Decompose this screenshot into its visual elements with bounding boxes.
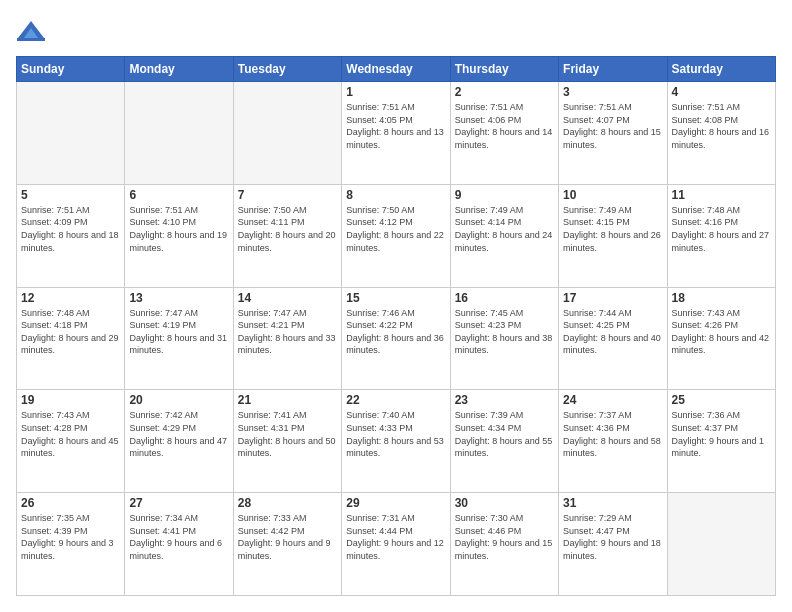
day-cell: 25Sunrise: 7:36 AM Sunset: 4:37 PM Dayli…	[667, 390, 775, 493]
calendar-table: SundayMondayTuesdayWednesdayThursdayFrid…	[16, 56, 776, 596]
day-info: Sunrise: 7:48 AM Sunset: 4:16 PM Dayligh…	[672, 204, 771, 254]
day-cell: 4Sunrise: 7:51 AM Sunset: 4:08 PM Daylig…	[667, 82, 775, 185]
day-cell: 12Sunrise: 7:48 AM Sunset: 4:18 PM Dayli…	[17, 287, 125, 390]
day-cell: 7Sunrise: 7:50 AM Sunset: 4:11 PM Daylig…	[233, 184, 341, 287]
day-number: 25	[672, 393, 771, 407]
day-info: Sunrise: 7:51 AM Sunset: 4:09 PM Dayligh…	[21, 204, 120, 254]
day-number: 24	[563, 393, 662, 407]
day-cell	[667, 493, 775, 596]
week-row-3: 19Sunrise: 7:43 AM Sunset: 4:28 PM Dayli…	[17, 390, 776, 493]
day-info: Sunrise: 7:34 AM Sunset: 4:41 PM Dayligh…	[129, 512, 228, 562]
day-cell: 1Sunrise: 7:51 AM Sunset: 4:05 PM Daylig…	[342, 82, 450, 185]
day-info: Sunrise: 7:39 AM Sunset: 4:34 PM Dayligh…	[455, 409, 554, 459]
day-cell: 13Sunrise: 7:47 AM Sunset: 4:19 PM Dayli…	[125, 287, 233, 390]
day-cell: 27Sunrise: 7:34 AM Sunset: 4:41 PM Dayli…	[125, 493, 233, 596]
day-cell: 24Sunrise: 7:37 AM Sunset: 4:36 PM Dayli…	[559, 390, 667, 493]
day-cell: 20Sunrise: 7:42 AM Sunset: 4:29 PM Dayli…	[125, 390, 233, 493]
day-info: Sunrise: 7:51 AM Sunset: 4:10 PM Dayligh…	[129, 204, 228, 254]
day-info: Sunrise: 7:51 AM Sunset: 4:06 PM Dayligh…	[455, 101, 554, 151]
day-number: 23	[455, 393, 554, 407]
day-info: Sunrise: 7:51 AM Sunset: 4:08 PM Dayligh…	[672, 101, 771, 151]
day-cell: 18Sunrise: 7:43 AM Sunset: 4:26 PM Dayli…	[667, 287, 775, 390]
day-number: 1	[346, 85, 445, 99]
day-number: 6	[129, 188, 228, 202]
day-number: 16	[455, 291, 554, 305]
day-cell	[125, 82, 233, 185]
day-cell: 30Sunrise: 7:30 AM Sunset: 4:46 PM Dayli…	[450, 493, 558, 596]
day-cell: 14Sunrise: 7:47 AM Sunset: 4:21 PM Dayli…	[233, 287, 341, 390]
day-cell: 5Sunrise: 7:51 AM Sunset: 4:09 PM Daylig…	[17, 184, 125, 287]
day-number: 19	[21, 393, 120, 407]
day-number: 12	[21, 291, 120, 305]
svg-rect-2	[17, 38, 45, 41]
day-info: Sunrise: 7:48 AM Sunset: 4:18 PM Dayligh…	[21, 307, 120, 357]
weekday-sunday: Sunday	[17, 57, 125, 82]
day-info: Sunrise: 7:50 AM Sunset: 4:12 PM Dayligh…	[346, 204, 445, 254]
day-info: Sunrise: 7:42 AM Sunset: 4:29 PM Dayligh…	[129, 409, 228, 459]
day-cell: 29Sunrise: 7:31 AM Sunset: 4:44 PM Dayli…	[342, 493, 450, 596]
day-info: Sunrise: 7:44 AM Sunset: 4:25 PM Dayligh…	[563, 307, 662, 357]
day-cell: 3Sunrise: 7:51 AM Sunset: 4:07 PM Daylig…	[559, 82, 667, 185]
weekday-friday: Friday	[559, 57, 667, 82]
day-number: 3	[563, 85, 662, 99]
day-cell: 6Sunrise: 7:51 AM Sunset: 4:10 PM Daylig…	[125, 184, 233, 287]
day-number: 26	[21, 496, 120, 510]
day-cell	[17, 82, 125, 185]
day-info: Sunrise: 7:43 AM Sunset: 4:28 PM Dayligh…	[21, 409, 120, 459]
day-number: 13	[129, 291, 228, 305]
weekday-tuesday: Tuesday	[233, 57, 341, 82]
logo-icon	[16, 16, 46, 46]
day-info: Sunrise: 7:43 AM Sunset: 4:26 PM Dayligh…	[672, 307, 771, 357]
day-cell: 23Sunrise: 7:39 AM Sunset: 4:34 PM Dayli…	[450, 390, 558, 493]
day-info: Sunrise: 7:50 AM Sunset: 4:11 PM Dayligh…	[238, 204, 337, 254]
day-number: 20	[129, 393, 228, 407]
week-row-0: 1Sunrise: 7:51 AM Sunset: 4:05 PM Daylig…	[17, 82, 776, 185]
day-cell: 9Sunrise: 7:49 AM Sunset: 4:14 PM Daylig…	[450, 184, 558, 287]
day-cell: 11Sunrise: 7:48 AM Sunset: 4:16 PM Dayli…	[667, 184, 775, 287]
day-info: Sunrise: 7:49 AM Sunset: 4:14 PM Dayligh…	[455, 204, 554, 254]
day-info: Sunrise: 7:37 AM Sunset: 4:36 PM Dayligh…	[563, 409, 662, 459]
day-cell: 21Sunrise: 7:41 AM Sunset: 4:31 PM Dayli…	[233, 390, 341, 493]
day-info: Sunrise: 7:33 AM Sunset: 4:42 PM Dayligh…	[238, 512, 337, 562]
day-cell: 2Sunrise: 7:51 AM Sunset: 4:06 PM Daylig…	[450, 82, 558, 185]
day-number: 10	[563, 188, 662, 202]
day-number: 8	[346, 188, 445, 202]
day-number: 15	[346, 291, 445, 305]
day-number: 28	[238, 496, 337, 510]
day-cell: 8Sunrise: 7:50 AM Sunset: 4:12 PM Daylig…	[342, 184, 450, 287]
day-info: Sunrise: 7:47 AM Sunset: 4:19 PM Dayligh…	[129, 307, 228, 357]
day-number: 14	[238, 291, 337, 305]
day-number: 22	[346, 393, 445, 407]
logo	[16, 16, 50, 46]
day-number: 7	[238, 188, 337, 202]
day-info: Sunrise: 7:31 AM Sunset: 4:44 PM Dayligh…	[346, 512, 445, 562]
day-cell: 15Sunrise: 7:46 AM Sunset: 4:22 PM Dayli…	[342, 287, 450, 390]
day-cell	[233, 82, 341, 185]
day-number: 9	[455, 188, 554, 202]
day-info: Sunrise: 7:40 AM Sunset: 4:33 PM Dayligh…	[346, 409, 445, 459]
day-cell: 16Sunrise: 7:45 AM Sunset: 4:23 PM Dayli…	[450, 287, 558, 390]
day-number: 27	[129, 496, 228, 510]
day-info: Sunrise: 7:35 AM Sunset: 4:39 PM Dayligh…	[21, 512, 120, 562]
day-info: Sunrise: 7:45 AM Sunset: 4:23 PM Dayligh…	[455, 307, 554, 357]
day-number: 2	[455, 85, 554, 99]
week-row-1: 5Sunrise: 7:51 AM Sunset: 4:09 PM Daylig…	[17, 184, 776, 287]
day-cell: 17Sunrise: 7:44 AM Sunset: 4:25 PM Dayli…	[559, 287, 667, 390]
day-cell: 28Sunrise: 7:33 AM Sunset: 4:42 PM Dayli…	[233, 493, 341, 596]
day-cell: 26Sunrise: 7:35 AM Sunset: 4:39 PM Dayli…	[17, 493, 125, 596]
day-number: 21	[238, 393, 337, 407]
day-number: 11	[672, 188, 771, 202]
day-info: Sunrise: 7:30 AM Sunset: 4:46 PM Dayligh…	[455, 512, 554, 562]
weekday-wednesday: Wednesday	[342, 57, 450, 82]
day-info: Sunrise: 7:51 AM Sunset: 4:07 PM Dayligh…	[563, 101, 662, 151]
day-number: 31	[563, 496, 662, 510]
weekday-header-row: SundayMondayTuesdayWednesdayThursdayFrid…	[17, 57, 776, 82]
day-info: Sunrise: 7:46 AM Sunset: 4:22 PM Dayligh…	[346, 307, 445, 357]
day-number: 18	[672, 291, 771, 305]
day-cell: 10Sunrise: 7:49 AM Sunset: 4:15 PM Dayli…	[559, 184, 667, 287]
day-info: Sunrise: 7:47 AM Sunset: 4:21 PM Dayligh…	[238, 307, 337, 357]
day-number: 30	[455, 496, 554, 510]
day-info: Sunrise: 7:36 AM Sunset: 4:37 PM Dayligh…	[672, 409, 771, 459]
day-info: Sunrise: 7:51 AM Sunset: 4:05 PM Dayligh…	[346, 101, 445, 151]
week-row-4: 26Sunrise: 7:35 AM Sunset: 4:39 PM Dayli…	[17, 493, 776, 596]
